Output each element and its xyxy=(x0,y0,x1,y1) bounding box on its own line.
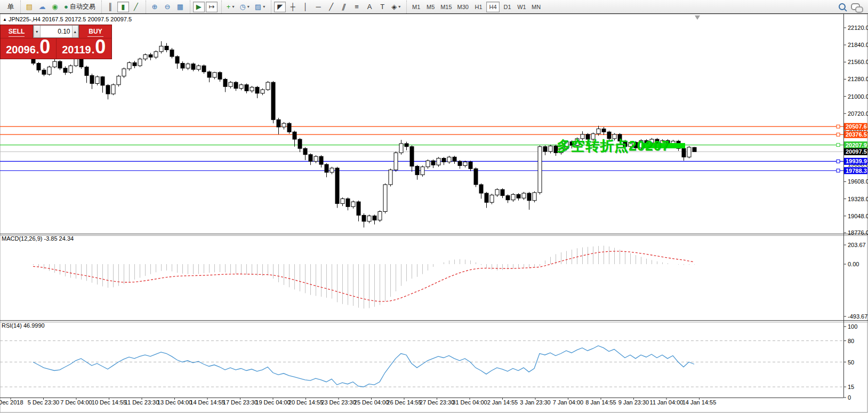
rsi-indicator-label: RSI(14) 46.9990 xyxy=(2,322,45,329)
level-handle[interactable] xyxy=(837,160,840,163)
candle xyxy=(218,73,222,80)
chat-button[interactable] xyxy=(849,2,862,12)
trendline-button[interactable]: ╱ xyxy=(325,2,337,12)
price-tick-label: 19328.0 xyxy=(848,196,868,202)
indicators-button[interactable]: +▾ xyxy=(224,2,237,12)
search-icon xyxy=(839,3,846,10)
label-button[interactable]: T xyxy=(376,2,388,12)
candle xyxy=(543,147,547,152)
chart-annotation-text[interactable]: 多空转折点20207 xyxy=(557,137,670,155)
periods-dropdown-icon[interactable]: ▾ xyxy=(247,4,250,9)
volume-up-button[interactable]: ▲ xyxy=(72,26,79,37)
horizontal-line-button[interactable]: ─ xyxy=(312,2,324,12)
candle xyxy=(165,46,168,50)
bar-chart-button[interactable]: ║ xyxy=(105,2,116,12)
text-icon: A xyxy=(367,3,372,10)
candle xyxy=(266,82,270,90)
templates-dropdown-icon[interactable]: ▾ xyxy=(263,4,265,9)
signals-button[interactable]: ◉ xyxy=(49,2,61,12)
periods-button[interactable]: ◷▾ xyxy=(237,2,251,12)
candle xyxy=(282,123,286,127)
auto-scroll-button[interactable]: ▶ xyxy=(193,2,205,12)
time-label: 25 Dec 04:00 xyxy=(354,399,389,406)
time-label: 14 Jan 14:55 xyxy=(682,399,717,406)
tf-mn-button[interactable]: MN xyxy=(529,2,543,12)
sell-button[interactable]: SELL xyxy=(1,25,33,38)
channel-button[interactable]: ∥ xyxy=(338,2,350,12)
search-button[interactable] xyxy=(836,2,848,12)
candle xyxy=(447,157,451,162)
tf-m5-button[interactable]: M5 xyxy=(424,2,437,12)
candle xyxy=(90,76,94,84)
candle xyxy=(127,62,131,68)
tf-m1-button[interactable]: M1 xyxy=(409,2,423,12)
candle xyxy=(597,129,600,133)
buy-button[interactable]: BUY xyxy=(79,25,111,38)
crosshair-button[interactable]: ┼ xyxy=(287,2,299,12)
candle xyxy=(527,193,531,201)
toolbar-group-file: 单 xyxy=(2,1,19,13)
arrows-button[interactable]: ◈▾ xyxy=(389,2,403,12)
market-watch-icon: ▤ xyxy=(26,3,33,10)
tf-w1-button[interactable]: W1 xyxy=(515,2,528,12)
level-handle[interactable] xyxy=(837,169,840,172)
tf-h1-button[interactable]: H1 xyxy=(472,2,485,12)
auto-trading-button[interactable]: ●自动交易 xyxy=(62,2,98,12)
arrows-dropdown-icon[interactable]: ▾ xyxy=(398,4,400,9)
candle xyxy=(490,195,494,202)
text-button[interactable]: A xyxy=(364,2,375,12)
candle xyxy=(250,87,254,91)
collapse-triangle-icon: ▲ xyxy=(3,17,7,22)
navigator-button[interactable]: ☁ xyxy=(36,2,48,12)
candle xyxy=(159,46,163,51)
candle xyxy=(373,216,376,220)
one-click-trading-panel: SELL ▼ ▲ BUY 20096 . 0 20119 . 0 xyxy=(0,25,112,59)
candle xyxy=(495,189,499,195)
buy-price-dot: . xyxy=(92,44,95,56)
candle xyxy=(682,148,686,157)
indicators-dropdown-icon[interactable]: ▾ xyxy=(232,4,234,9)
candle xyxy=(341,198,344,203)
market-watch-button[interactable]: ▤ xyxy=(23,2,35,12)
toolbar-group-zoom: ⊕⊖▦ xyxy=(146,1,189,13)
tf-m15-button[interactable]: M15 xyxy=(438,2,454,12)
candle xyxy=(687,147,691,157)
new-order-button[interactable]: 单 xyxy=(5,2,17,12)
channel-icon: ∥ xyxy=(341,3,347,10)
vertical-line-button[interactable]: │ xyxy=(300,2,311,12)
cursor-button[interactable]: ◤ xyxy=(274,2,286,12)
periods-icon: ◷ xyxy=(239,3,245,10)
level-handle[interactable] xyxy=(837,133,840,136)
chat-icon xyxy=(851,3,860,10)
chart-shift-button[interactable]: ↦ xyxy=(206,2,218,12)
level-handle[interactable] xyxy=(837,125,840,128)
line-chart-button[interactable]: ╱ xyxy=(130,2,142,12)
buy-price-int: 20119 xyxy=(62,44,91,56)
zoom-in-button[interactable]: ⊕ xyxy=(149,2,160,12)
zoom-out-button[interactable]: ⊖ xyxy=(162,2,173,12)
candle xyxy=(394,153,398,170)
label-icon: T xyxy=(380,3,384,10)
chart-window-frame xyxy=(0,14,867,412)
toolbar-group-drawing: ◤┼│─╱∥≡AT◈▾ xyxy=(271,1,405,13)
candle xyxy=(501,189,504,195)
tile-windows-button[interactable]: ▦ xyxy=(174,2,186,12)
buy-price[interactable]: 20119 . 0 xyxy=(57,38,112,59)
candle xyxy=(405,144,408,147)
candle xyxy=(325,164,328,172)
level-price-label: 20507.6 xyxy=(846,123,867,130)
fibonacci-button[interactable]: ≡ xyxy=(351,2,363,12)
candle xyxy=(330,168,334,172)
tf-d1-button[interactable]: D1 xyxy=(501,2,514,12)
sell-price[interactable]: 20096 . 0 xyxy=(1,38,56,59)
level-handle[interactable] xyxy=(837,144,840,147)
tf-h4-button[interactable]: H4 xyxy=(486,2,500,12)
candle xyxy=(335,168,339,204)
price-tick-label: 21280.0 xyxy=(848,76,868,82)
chart-canvas[interactable]: 22120.021840.021560.021280.021000.020720… xyxy=(0,0,868,413)
candlestick-chart-button[interactable]: ▮ xyxy=(117,2,129,12)
templates-button[interactable]: ▨▾ xyxy=(253,2,267,12)
tf-m30-button[interactable]: M30 xyxy=(455,2,471,12)
time-label: 31 Dec 04:00 xyxy=(452,399,487,406)
candle xyxy=(277,120,280,127)
